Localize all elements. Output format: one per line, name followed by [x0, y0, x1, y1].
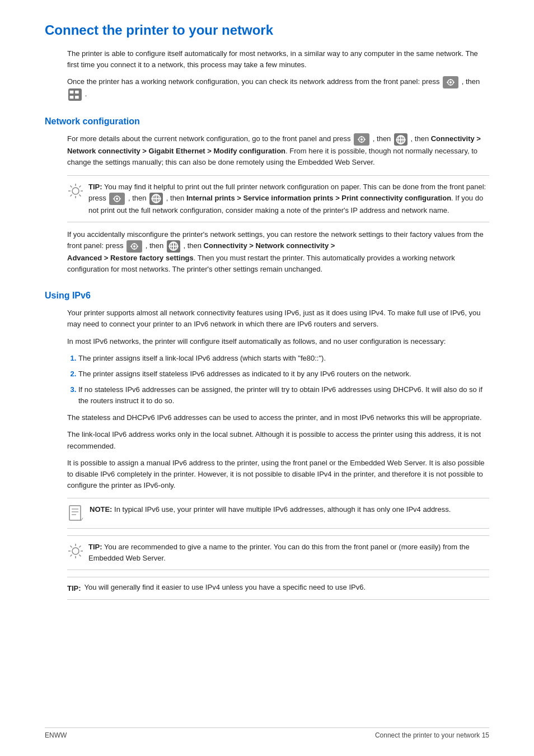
svg-point-40: [133, 245, 135, 248]
list-item-2: The printer assigns itself stateless IPv…: [78, 368, 489, 380]
ipv6-p5: It is possible to assign a manual IPv6 a…: [67, 458, 489, 491]
svg-line-62: [71, 555, 72, 557]
front-panel-icon-2: [68, 88, 82, 101]
ipv6-list: The printer assigns itself a link-local …: [78, 353, 489, 407]
network-config-p2: If you accidentally misconfigure the pri…: [67, 229, 489, 275]
tip1-icon-1: [109, 193, 125, 205]
intro-p1: The printer is able to configure itself …: [67, 48, 489, 71]
tip-2-content: TIP: You are recommended to give a name …: [88, 542, 489, 564]
svg-point-1: [449, 81, 452, 83]
tip-icon-2: [67, 543, 84, 559]
svg-line-61: [79, 546, 81, 548]
ipv6-p3: The stateless and DHCPv6 IPv6 addresses …: [67, 412, 489, 423]
tip-icon-1: [67, 183, 84, 199]
svg-point-54: [72, 548, 79, 554]
front-panel-icon-4: [394, 133, 407, 146]
list-item-3: If no stateless IPv6 addresses can be as…: [78, 384, 489, 407]
svg-text:✓: ✓: [79, 516, 84, 522]
svg-line-60: [79, 555, 81, 557]
svg-rect-7: [75, 90, 79, 93]
tip-2-text: You are recommended to give a name to th…: [88, 543, 470, 562]
svg-rect-49: [69, 506, 81, 520]
page-title: Connect the printer to your network: [45, 22, 489, 38]
svg-line-28: [71, 194, 72, 196]
ipv6-p1: Your printer supports almost all network…: [67, 307, 489, 330]
tip-1-label: TIP:: [88, 183, 102, 191]
intro-section: The printer is able to configure itself …: [67, 48, 489, 101]
front-panel-icon-3: [354, 133, 369, 146]
tip1-icon-2: [149, 193, 163, 205]
tip-2-label: TIP:: [88, 543, 102, 551]
network-config-section: For more details about the current netwo…: [67, 133, 489, 168]
ipv6-p2: In most IPv6 networks, the printer will …: [67, 336, 489, 347]
intro-p2: Once the printer has a working network c…: [67, 76, 489, 101]
svg-line-59: [71, 546, 72, 548]
note-content: NOTE: In typical IPv6 use, your printer …: [90, 504, 451, 515]
svg-line-26: [79, 194, 81, 196]
svg-rect-9: [75, 96, 79, 99]
tip-3-indent: TIP:: [67, 583, 81, 594]
front-panel-icon-1: [443, 76, 458, 88]
tip-box-1: TIP: You may find it helpful to print ou…: [67, 175, 489, 222]
tip-1-content: TIP: You may find it helpful to print ou…: [88, 181, 489, 216]
restore-icon-2: [167, 240, 180, 253]
network-config-p1: For more details about the current netwo…: [67, 133, 489, 168]
section-ipv6: Using IPv6: [45, 291, 489, 301]
svg-rect-8: [70, 96, 74, 99]
svg-point-11: [360, 138, 363, 141]
tip-box-2: TIP: You are recommended to give a name …: [67, 535, 489, 570]
page-footer: ENWW Connect the printer to your network…: [45, 727, 489, 739]
note-icon: ✓: [67, 505, 85, 522]
section-network-config: Network configuration: [45, 116, 489, 127]
svg-line-27: [79, 185, 81, 187]
footer-left: ENWW: [45, 731, 67, 739]
footer-right: Connect the printer to your network 15: [375, 731, 489, 739]
svg-rect-6: [70, 90, 74, 93]
ipv6-p4: The link-local IPv6 address works only i…: [67, 429, 489, 451]
network-config-p2-block: If you accidentally misconfigure the pri…: [67, 229, 489, 275]
svg-line-25: [71, 185, 72, 187]
list-item-1: The printer assigns itself a link-local …: [78, 353, 489, 364]
restore-icon-1: [127, 240, 142, 253]
svg-point-20: [72, 188, 79, 194]
svg-point-30: [116, 198, 118, 200]
ipv6-section: Your printer supports almost all network…: [67, 307, 489, 491]
note-label: NOTE:: [90, 505, 112, 514]
note-box-1: ✓ NOTE: In typical IPv6 use, your printe…: [67, 498, 489, 529]
tip-box-3: TIP: You will generally find it easier t…: [67, 577, 489, 599]
